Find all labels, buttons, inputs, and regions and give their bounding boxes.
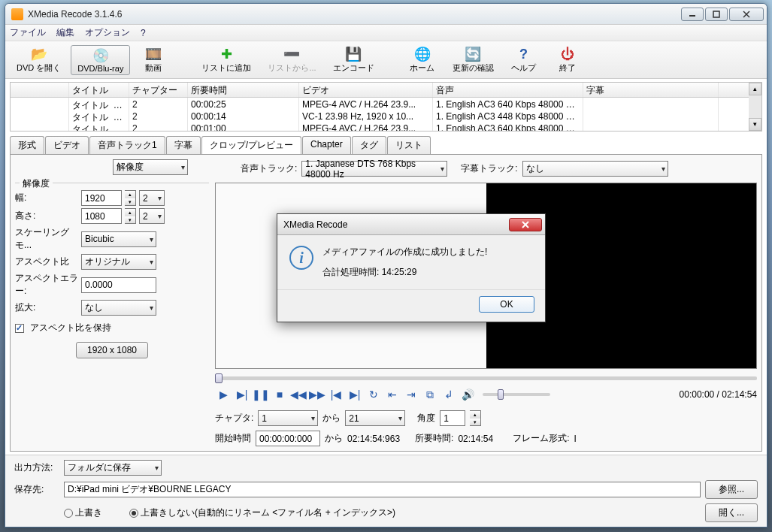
video-button[interactable]: 🎞️動画	[133, 44, 174, 76]
timeline-thumb[interactable]	[215, 373, 223, 383]
stop-icon[interactable]: ■	[271, 386, 288, 403]
volume-slider[interactable]	[483, 393, 550, 396]
loop-icon[interactable]: ↻	[365, 386, 382, 403]
col-duration[interactable]: 所要時間	[188, 83, 299, 97]
info-icon: i	[289, 246, 313, 270]
encoder-icon: 💾	[344, 46, 362, 62]
audio-track-select[interactable]: 1. Japanese DTS 768 Kbps 48000 Hz	[301, 161, 447, 177]
menu-options[interactable]: オプション	[85, 26, 130, 39]
globe-icon: 🌐	[413, 46, 431, 62]
exit-button[interactable]: ⏻終了	[547, 44, 588, 76]
col-chapter[interactable]: チャプター	[129, 83, 188, 97]
tab-format[interactable]: 形式	[10, 136, 44, 154]
width-mul-select[interactable]: 2	[139, 190, 165, 206]
sendback-icon[interactable]: ↲	[440, 386, 457, 403]
keep-aspect-checkbox[interactable]	[15, 324, 24, 333]
aspect-select[interactable]: オリジナル	[81, 254, 156, 270]
subtitle-track-select[interactable]: なし	[522, 161, 668, 177]
height-mul-select[interactable]: 2	[139, 208, 165, 224]
power-icon: ⏻	[559, 46, 577, 62]
output-method-select[interactable]: フォルダに保存	[64, 460, 162, 476]
menu-edit[interactable]: 編集	[56, 26, 74, 39]
menubar: ファイル 編集 オプション ?	[5, 25, 767, 41]
stepback-icon[interactable]: |◀	[328, 386, 344, 403]
stepfwd-icon[interactable]: ▶|	[347, 386, 363, 403]
markout-icon[interactable]: ⇥	[403, 386, 419, 403]
markin-icon[interactable]: ⇤	[384, 386, 401, 403]
encode-button[interactable]: 💾エンコード	[326, 44, 381, 76]
frame-type: I	[574, 434, 576, 444]
skipfwd-icon[interactable]: ▶|	[234, 386, 250, 403]
rewind-icon[interactable]: ◀◀	[290, 386, 307, 403]
col-title[interactable]: タイトル	[69, 83, 129, 97]
tab-tag[interactable]: タグ	[352, 136, 386, 154]
table-row[interactable]: タイトル_13 ...200:00:25MPEG-4 AVC / H.264 2…	[11, 98, 749, 110]
overwrite-radio[interactable]	[64, 509, 73, 518]
dialog-time: 14:25:29	[382, 267, 417, 277]
timeline[interactable]	[215, 376, 757, 380]
table-row[interactable]: タイトル_18 ...200:00:14VC-1 23.98 Hz, 1920 …	[11, 110, 749, 122]
col-audio[interactable]: 音声	[433, 83, 583, 97]
width-input[interactable]	[81, 190, 122, 206]
tab-subtitle[interactable]: 字幕	[166, 136, 201, 154]
start-time-input[interactable]	[256, 431, 320, 446]
zoom-select[interactable]: なし	[81, 300, 156, 316]
table-row[interactable]: タイトル_10 ...200:01:00MPEG-4 AVC / H.264 2…	[11, 122, 749, 131]
help-button[interactable]: ?ヘルプ	[504, 44, 544, 76]
open-dvd-button[interactable]: 📂DVD を開く	[10, 44, 68, 76]
dvd-bluray-button[interactable]: 💿DVD/Blu-ray	[71, 45, 130, 75]
folder-icon: 📂	[30, 46, 48, 62]
angle-input[interactable]	[440, 410, 465, 426]
dialog-ok-button[interactable]: OK	[479, 296, 534, 313]
home-button[interactable]: 🌐ホーム	[402, 44, 443, 76]
height-spinner[interactable]: ▴▾	[125, 208, 136, 224]
audio-track-label: 音声トラック:	[241, 162, 297, 175]
volume-icon[interactable]: 🔊	[459, 386, 476, 403]
width-spinner[interactable]: ▴▾	[125, 190, 136, 206]
scroll-down-icon[interactable]: ▾	[749, 118, 761, 131]
chapter-to-select[interactable]: 21	[345, 410, 405, 426]
toolbar: 📂DVD を開く 💿DVD/Blu-ray 🎞️動画 ✚リストに追加 ➖リストか…	[5, 41, 767, 79]
svg-rect-1	[713, 11, 719, 17]
height-input[interactable]	[81, 208, 122, 224]
size-button[interactable]: 1920 x 1080	[76, 342, 148, 358]
menu-file[interactable]: ファイル	[10, 26, 46, 39]
add-list-button[interactable]: ✚リストに追加	[195, 44, 258, 76]
aspect-error-input[interactable]	[81, 277, 156, 293]
update-button[interactable]: 🔄更新の確認	[446, 44, 501, 76]
chapter-from-select[interactable]: 1	[258, 410, 318, 426]
output-panel: 出力方法: フォルダに保存 保存先: 参照... 上書き 上書きしない(自動的に…	[5, 455, 767, 527]
playback-controls: ▶ ▶| ❚❚ ■ ◀◀ ▶▶ |◀ ▶| ↻ ⇤ ⇥ ⧉ ↲ 🔊 00:00:…	[215, 386, 757, 403]
resolution-mode-select[interactable]: 解像度	[113, 159, 188, 175]
play-icon[interactable]: ▶	[215, 386, 232, 403]
app-icon	[11, 8, 23, 20]
angle-spinner[interactable]: ▴▾	[470, 410, 481, 426]
dialog-close-button[interactable]	[509, 218, 542, 231]
rename-radio[interactable]	[129, 509, 138, 518]
list-header: タイトル チャプター 所要時間 ビデオ 音声 字幕	[11, 83, 749, 98]
list-scrollbar[interactable]: ▴ ▾	[749, 83, 761, 131]
scaling-select[interactable]: Bicubic	[81, 231, 156, 247]
minimize-button[interactable]	[681, 8, 704, 21]
forward-icon[interactable]: ▶▶	[309, 386, 325, 403]
browse-button[interactable]: 参照...	[705, 480, 758, 499]
close-button[interactable]	[729, 8, 764, 21]
open-button[interactable]: 開く...	[705, 503, 758, 522]
col-subtitle[interactable]: 字幕	[583, 83, 719, 97]
scroll-up-icon[interactable]: ▴	[749, 83, 761, 95]
pause-icon[interactable]: ❚❚	[253, 386, 269, 403]
film-icon: 🎞️	[144, 46, 162, 62]
help-icon: ?	[515, 46, 533, 62]
title-list: タイトル チャプター 所要時間 ビデオ 音声 字幕 タイトル_13 ...200…	[10, 82, 762, 131]
tab-chapter[interactable]: Chapter	[302, 136, 351, 154]
dest-input[interactable]	[64, 482, 701, 497]
tab-audio1[interactable]: 音声トラック1	[89, 136, 165, 154]
maximize-button[interactable]	[705, 8, 728, 21]
tab-list[interactable]: リスト	[387, 136, 431, 154]
tab-video[interactable]: ビデオ	[45, 136, 89, 154]
tab-crop-preview[interactable]: クロップ/プレビュー	[201, 136, 301, 154]
from-list-button: ➖リストから...	[261, 44, 322, 76]
crop-icon[interactable]: ⧉	[422, 386, 438, 403]
menu-help[interactable]: ?	[141, 28, 146, 38]
col-video[interactable]: ビデオ	[299, 83, 433, 97]
